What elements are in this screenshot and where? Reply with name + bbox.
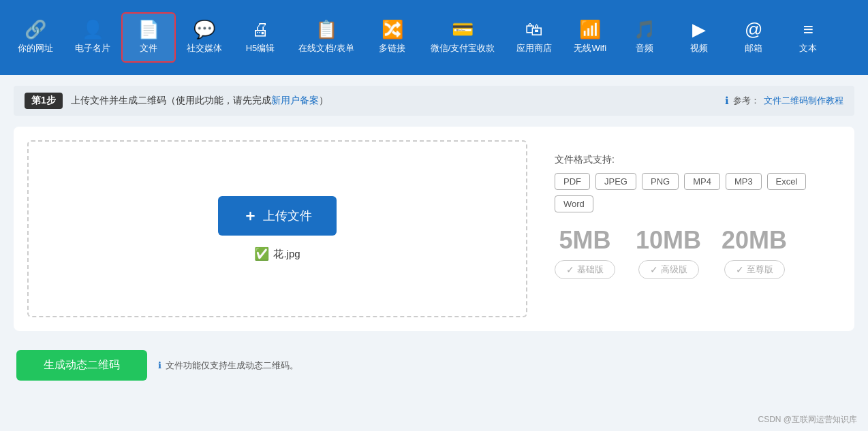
size-value: 10MB	[636, 226, 701, 255]
email-label: 邮箱	[745, 42, 762, 54]
online-doc-icon: 📋	[315, 20, 337, 38]
size-option-高级版: 10MB✓ 高级版	[636, 226, 701, 279]
format-tag-pdf: PDF	[555, 173, 590, 190]
size-option-基础版: 5MB✓ 基础版	[555, 226, 615, 279]
music-icon: 🎵	[634, 20, 655, 38]
upload-area: ＋ 上传文件 ✅ 花.jpg	[27, 140, 527, 317]
nav-item-music[interactable]: 🎵音频	[617, 14, 672, 61]
app-store-label: 应用商店	[516, 42, 552, 54]
size-value: 5MB	[559, 226, 610, 255]
music-label: 音频	[636, 42, 653, 54]
social-media-label: 社交媒体	[187, 42, 222, 54]
main-content: 第1步 上传文件并生成二维码（使用此功能，请先完成新用户备案） ℹ 参考： 文件…	[0, 75, 868, 400]
step-left: 第1步 上传文件并生成二维码（使用此功能，请先完成新用户备案）	[25, 93, 328, 109]
size-options: 5MB✓ 基础版10MB✓ 高级版20MB✓ 至尊版	[555, 226, 841, 279]
h5-edit-icon: 🖨	[251, 20, 269, 38]
online-doc-label: 在线文档/表单	[298, 42, 354, 54]
video-icon: ▶	[692, 20, 706, 38]
footer: CSDN @互联网运营知识库	[758, 414, 857, 426]
business-card-icon: 👤	[82, 20, 104, 38]
size-badge: ✓ 基础版	[555, 260, 615, 279]
format-tags: PDFJPEGPNGMP4MP3ExcelWord	[555, 173, 841, 212]
nav-item-multi-link[interactable]: 🔀多链接	[365, 14, 420, 61]
step-bar: 第1步 上传文件并生成二维码（使用此功能，请先完成新用户备案） ℹ 参考： 文件…	[14, 86, 854, 116]
nav-item-wifi[interactable]: 📶无线Wifi	[563, 14, 617, 61]
note-text: ℹ 文件功能仅支持生成动态二维码。	[158, 360, 298, 372]
text-label: 文本	[799, 42, 817, 54]
info-circle-icon: ℹ	[158, 360, 161, 370]
size-value: 20MB	[722, 226, 787, 255]
upload-button[interactable]: ＋ 上传文件	[218, 196, 337, 236]
nav-item-online-doc[interactable]: 📋在线文档/表单	[288, 14, 365, 61]
tutorial-link[interactable]: 文件二维码制作教程	[764, 95, 843, 107]
app-store-icon: 🛍	[525, 20, 543, 38]
video-label: 视频	[690, 42, 708, 54]
nav-item-app-store[interactable]: 🛍应用商店	[506, 14, 563, 61]
multi-link-icon: 🔀	[382, 20, 403, 38]
format-tag-mp3: MP3	[726, 173, 762, 190]
your-url-label: 你的网址	[18, 42, 53, 54]
step-description: 上传文件并生成二维码（使用此功能，请先完成新用户备案）	[71, 95, 328, 107]
step-badge: 第1步	[25, 93, 63, 109]
uploaded-filename: 花.jpg	[273, 248, 300, 261]
upload-info-panel: 文件格式支持: PDFJPEGPNGMP4MP3ExcelWord 5MB✓ 基…	[555, 140, 841, 317]
nav-item-email[interactable]: @邮箱	[726, 14, 781, 61]
business-card-label: 电子名片	[75, 42, 110, 54]
new-user-link[interactable]: 新用户备案	[271, 95, 319, 106]
nav-item-business-card[interactable]: 👤电子名片	[64, 14, 121, 61]
file-icon: 📄	[138, 20, 159, 38]
nav-item-social-media[interactable]: 💬社交媒体	[176, 14, 233, 61]
format-section: 文件格式支持: PDFJPEGPNGMP4MP3ExcelWord	[555, 154, 841, 212]
bottom-bar: 生成动态二维码 ℹ 文件功能仅支持生成动态二维码。	[14, 342, 854, 389]
step-right: ℹ 参考： 文件二维码制作教程	[725, 95, 843, 107]
your-url-icon: 🔗	[25, 20, 46, 38]
wechat-pay-label: 微信/支付宝收款	[431, 42, 495, 54]
format-tag-mp4: MP4	[684, 173, 720, 190]
social-media-icon: 💬	[193, 20, 215, 38]
wifi-icon: 📶	[579, 20, 601, 38]
email-icon: @	[745, 20, 762, 38]
top-navigation: 🔗你的网址👤电子名片📄文件💬社交媒体🖨H5编辑📋在线文档/表单🔀多链接💳微信/支…	[0, 0, 868, 75]
format-tag-jpeg: JPEG	[595, 173, 636, 190]
generate-qr-button[interactable]: 生成动态二维码	[16, 350, 147, 381]
size-option-至尊版: 20MB✓ 至尊版	[722, 226, 787, 279]
format-tag-png: PNG	[642, 173, 679, 190]
nav-item-file[interactable]: 📄文件	[121, 12, 176, 63]
nav-item-h5-edit[interactable]: 🖨H5编辑	[233, 14, 288, 61]
format-tag-word: Word	[555, 195, 593, 212]
multi-link-label: 多链接	[379, 42, 405, 54]
wifi-label: 无线Wifi	[574, 42, 606, 54]
uploaded-file-indicator: ✅ 花.jpg	[254, 246, 300, 261]
nav-item-wechat-pay[interactable]: 💳微信/支付宝收款	[420, 14, 506, 61]
upload-section: ＋ 上传文件 ✅ 花.jpg 文件格式支持: PDFJPEGPNGMP4MP3E…	[14, 127, 854, 331]
file-label: 文件	[140, 42, 157, 54]
check-circle-icon: ✅	[254, 246, 269, 261]
format-tag-excel: Excel	[767, 173, 807, 190]
nav-item-your-url[interactable]: 🔗你的网址	[7, 14, 64, 61]
size-badge: ✓ 至尊版	[724, 260, 785, 279]
plus-icon: ＋	[243, 206, 258, 226]
size-badge: ✓ 高级版	[638, 260, 699, 279]
h5-edit-label: H5编辑	[246, 42, 275, 54]
info-icon: ℹ	[725, 95, 729, 107]
format-title: 文件格式支持:	[555, 154, 841, 166]
wechat-pay-icon: 💳	[452, 20, 474, 38]
text-icon: ≡	[803, 20, 813, 38]
nav-item-video[interactable]: ▶视频	[672, 14, 726, 61]
nav-item-text[interactable]: ≡文本	[781, 14, 835, 61]
